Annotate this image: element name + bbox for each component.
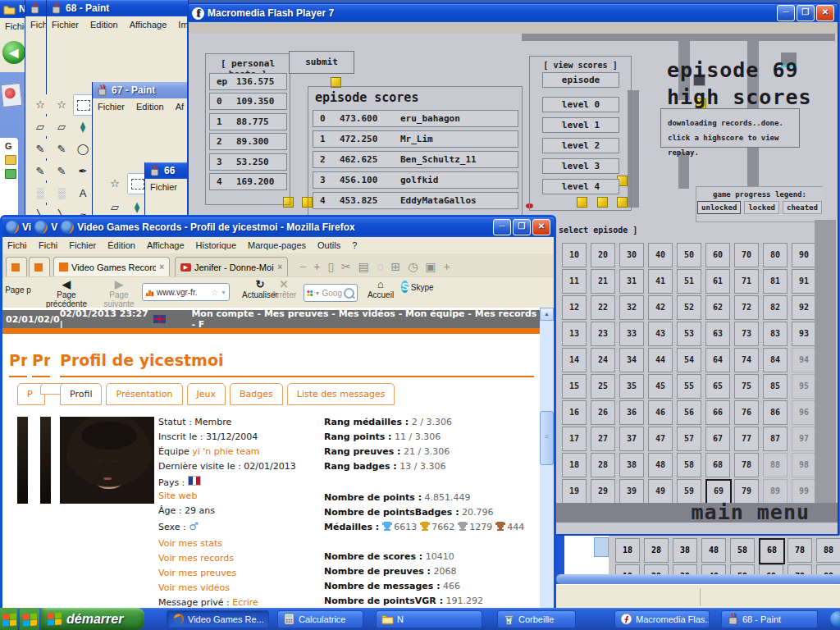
flash2-scrollbar-thumb[interactable] — [594, 537, 609, 557]
profile-tab-4[interactable]: Badges — [230, 383, 283, 405]
episode-button[interactable]: 58 — [730, 538, 755, 563]
episode-button[interactable]: 75 — [734, 374, 759, 399]
profile-link[interactable]: yi 'n phie team — [192, 446, 259, 457]
episode-button[interactable]: 30 — [619, 243, 644, 267]
episode-button[interactable]: 66 — [705, 400, 730, 425]
episode-button[interactable]: 38 — [619, 453, 644, 477]
skype-button[interactable]: S Skype — [399, 279, 436, 295]
search-placeholder[interactable]: Goog — [322, 289, 342, 298]
menu-item[interactable]: Fichier — [69, 240, 96, 250]
paint67-title-bar[interactable]: 67 - Paint — [93, 82, 188, 98]
episode-button[interactable]: 79 — [788, 564, 812, 574]
submit-button[interactable]: submit — [289, 51, 354, 74]
episode-button[interactable]: 18 — [615, 538, 640, 563]
back-arrow-icon[interactable]: ◀ — [2, 41, 25, 64]
minimize-button[interactable]: ─ — [777, 5, 795, 21]
episode-button[interactable]: 98 — [792, 453, 816, 477]
fill-icon[interactable]: ⧫ — [73, 116, 93, 136]
episode-button[interactable]: 89 — [816, 564, 840, 574]
episode-button[interactable]: 50 — [677, 243, 701, 267]
menu-item[interactable]: Fichier — [98, 102, 125, 112]
episode-button[interactable]: 71 — [734, 269, 759, 294]
paint67-menu-bar[interactable]: FichierEditionAf — [93, 98, 188, 115]
menu-item[interactable]: Historique — [196, 240, 237, 250]
episode-button[interactable]: 28 — [644, 538, 669, 563]
firefox-title-bar[interactable]: Vi V Video Games Records - Profil de yic… — [2, 217, 554, 237]
episode-score-row[interactable]: 4453.825EddyMataGallos — [313, 192, 518, 209]
view-scores-button[interactable]: level 3 — [542, 158, 619, 174]
search-dropdown-icon[interactable]: ▼ — [315, 290, 321, 296]
cut-icon[interactable]: ✂ — [341, 260, 351, 273]
main-menu-button[interactable]: main menu — [692, 500, 810, 524]
paint68-menu-bar[interactable]: FichierEditionAffichageIma — [47, 16, 188, 33]
score-player[interactable]: golfkid — [400, 175, 438, 185]
episode-button[interactable]: 21 — [591, 269, 615, 294]
taskbar-button[interactable]: N — [376, 610, 482, 628]
episode-button[interactable]: 19 — [615, 564, 640, 574]
back-button[interactable]: ◀ Page précédente — [35, 279, 98, 308]
episode-score-row[interactable]: 1472.250Mr_Lim — [313, 130, 518, 148]
freeform-select-icon[interactable]: ☆ — [52, 94, 71, 114]
episode-button[interactable]: 68 — [705, 453, 730, 477]
episode-button[interactable]: 77 — [734, 427, 759, 451]
profile-link[interactable]: Site web — [158, 491, 197, 501]
episode-button[interactable]: 53 — [677, 322, 701, 346]
episode-button[interactable]: 39 — [619, 479, 644, 504]
tab-close-icon[interactable]: × — [277, 262, 282, 272]
eyedropper-icon[interactable]: ✎ — [30, 139, 50, 158]
episode-button[interactable]: 17 — [562, 427, 587, 451]
episode-button[interactable]: 91 — [792, 269, 816, 294]
episode-button[interactable]: 31 — [619, 269, 644, 294]
profile-tab-1[interactable]: Profil — [60, 383, 102, 405]
personal-best-row[interactable]: 289.300 — [209, 133, 287, 150]
episode-button[interactable]: 27 — [591, 427, 615, 451]
paint66-menu-bar[interactable]: Fichier — [145, 179, 188, 195]
paint68-title-bar[interactable]: 68 - Paint — [47, 0, 188, 16]
episode-button[interactable]: 48 — [701, 538, 726, 563]
episode-button[interactable]: 96 — [792, 400, 816, 425]
tab-close-icon[interactable]: × — [159, 262, 164, 272]
minimize-button[interactable]: ─ — [493, 219, 511, 235]
stop-button[interactable]: ✕ Arrêter — [265, 279, 303, 299]
forward-button[interactable]: ▶ Page suivante — [94, 279, 144, 308]
view-scores-button[interactable]: level 0 — [542, 97, 619, 112]
episode-button[interactable]: 95 — [792, 374, 816, 399]
scrollbar-thumb[interactable] — [540, 411, 554, 465]
bookmark-star-icon[interactable]: ☆ — [211, 288, 218, 297]
magnifier-icon[interactable]: ◯ — [73, 139, 93, 158]
flash-title-bar[interactable]: f Macromedia Flash Player 7 ─ ❐ ✕ — [189, 4, 838, 22]
url-dropdown-icon[interactable]: ▼ — [221, 290, 226, 295]
picture-icon[interactable] — [1, 83, 23, 107]
episode-button[interactable]: 15 — [562, 374, 587, 399]
episode-button[interactable]: 68 — [759, 538, 785, 564]
copy-icon[interactable]: ▤ — [358, 260, 369, 273]
episode-button[interactable]: 83 — [763, 322, 788, 346]
menu-item[interactable]: Fichier — [52, 20, 79, 30]
home-button[interactable]: ⌂ Accueil — [362, 279, 399, 299]
spinner-icon[interactable]: ◌ — [377, 260, 383, 273]
episode-button[interactable]: 60 — [705, 243, 730, 267]
episode-button[interactable]: 40 — [648, 243, 673, 267]
episode-button[interactable]: 11 — [562, 269, 587, 294]
episode-score-row[interactable]: 2462.625Ben_Schultz_11 — [313, 151, 518, 168]
episode-button[interactable]: 36 — [619, 400, 644, 425]
episode-button[interactable]: 46 — [648, 400, 673, 425]
profile-link[interactable]: Ecrire — [232, 597, 258, 608]
episode-button[interactable]: 16 — [562, 400, 587, 425]
episode-button[interactable]: 74 — [734, 348, 759, 372]
episode-button[interactable]: 29 — [644, 564, 669, 574]
taskbar-button[interactable]: Video Games Re... — [167, 610, 269, 628]
legend-cheated-button[interactable]: cheated — [783, 201, 822, 214]
window-firefox[interactable]: Vi V Video Games Records - Profil de yic… — [0, 215, 556, 612]
profile-link[interactable]: Voir mes records — [158, 553, 234, 564]
eyedropper-icon[interactable]: ✎ — [52, 139, 71, 158]
taskbar-button[interactable]: Calculatrice — [277, 610, 363, 628]
episode-button[interactable]: 92 — [792, 295, 816, 320]
episode-button[interactable]: 32 — [619, 295, 644, 320]
episode-button[interactable]: 19 — [562, 479, 587, 504]
episode-button[interactable]: 97 — [792, 427, 816, 451]
episode-button[interactable]: 54 — [677, 348, 701, 372]
taskbar-button[interactable]: 68 - Paint — [721, 610, 818, 628]
personal-best-row[interactable]: 188.775 — [209, 113, 287, 130]
episode-button[interactable]: 24 — [591, 348, 615, 372]
